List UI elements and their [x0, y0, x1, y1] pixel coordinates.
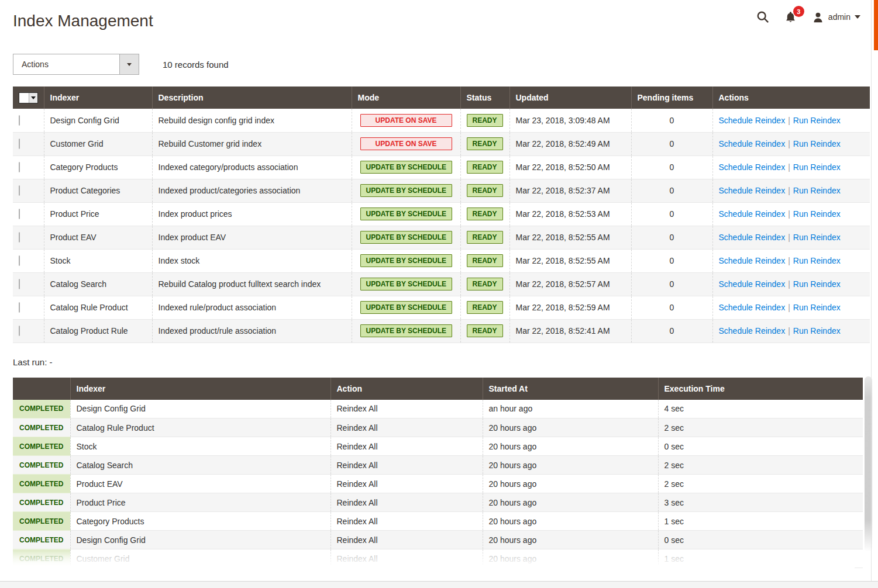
schedule-reindex-link[interactable]: Schedule Reindex: [719, 279, 786, 289]
indexer-grid: Indexer Description Mode Status Updated …: [13, 87, 870, 343]
run-reindex-link[interactable]: Run Reindex: [793, 303, 841, 312]
schedule-reindex-link[interactable]: Schedule Reindex: [719, 233, 786, 242]
mode-cell: UPDATE BY SCHEDULE: [352, 272, 460, 296]
link-separator: |: [788, 162, 790, 172]
last-run-row: COMPLETED Product EAV Reindex All 20 hou…: [13, 475, 863, 493]
updated-cell: Mar 22, 2018, 8:52:41 AM: [509, 319, 631, 343]
mode-badge: UPDATE BY SCHEDULE: [360, 231, 452, 244]
run-reindex-link[interactable]: Run Reindex: [793, 139, 841, 148]
mode-cell: UPDATE BY SCHEDULE: [352, 179, 460, 202]
actions-cell: Schedule Reindex|Run Reindex: [712, 109, 870, 132]
indexer-name-cell: Stock: [44, 249, 152, 272]
indexer-name-cell: Category Products: [44, 155, 152, 179]
row-checkbox[interactable]: [19, 302, 20, 313]
status-cell: READY: [460, 296, 509, 319]
select-all-header: [13, 87, 44, 109]
run-status-badge: COMPLETED: [13, 549, 70, 568]
row-checkbox[interactable]: [19, 162, 20, 172]
status-cell: READY: [460, 249, 509, 272]
last-run-grid: Indexer Action Started At Execution Time…: [13, 378, 863, 569]
run-reindex-link[interactable]: Run Reindex: [793, 116, 841, 125]
mode-badge: UPDATE ON SAVE: [360, 114, 452, 127]
row-checkbox[interactable]: [19, 279, 20, 289]
run-started-at-cell: 20 hours ago: [483, 493, 658, 512]
select-all-dropdown[interactable]: [29, 93, 37, 103]
col-header-indexer: Indexer: [44, 87, 152, 109]
pending-items-cell: 0: [631, 132, 712, 155]
records-count: 10 records found: [163, 60, 229, 70]
mode-cell: UPDATE BY SCHEDULE: [352, 202, 460, 226]
select-all-checkbox[interactable]: [19, 93, 29, 103]
last-run-row: COMPLETED Customer Grid Reindex All 20 h…: [13, 549, 863, 568]
link-separator: |: [788, 186, 790, 195]
pending-items-cell: 0: [631, 226, 712, 249]
run-started-at-cell: an hour ago: [483, 400, 658, 418]
row-checkbox[interactable]: [19, 185, 20, 196]
link-separator: |: [788, 209, 790, 219]
last-run-row: COMPLETED Stock Reindex All 20 hours ago…: [13, 437, 863, 456]
actions-cell: Schedule Reindex|Run Reindex: [712, 296, 870, 319]
page-scrollbar-thumb[interactable]: [874, 0, 878, 50]
last-run-row: COMPLETED Catalog Search Reindex All 20 …: [13, 456, 863, 475]
mode-badge: UPDATE ON SAVE: [360, 137, 452, 150]
run-reindex-link[interactable]: Run Reindex: [793, 233, 841, 242]
col-header-run-indexer: Indexer: [70, 378, 330, 400]
row-checkbox[interactable]: [19, 115, 20, 126]
run-started-at-cell: 20 hours ago: [483, 531, 658, 549]
run-reindex-link[interactable]: Run Reindex: [793, 326, 841, 335]
run-reindex-link[interactable]: Run Reindex: [793, 256, 841, 265]
row-checkbox-cell: [13, 109, 44, 132]
link-separator: |: [788, 326, 790, 335]
run-reindex-link[interactable]: Run Reindex: [793, 279, 841, 289]
run-action-cell: Reindex All: [330, 531, 483, 549]
updated-cell: Mar 22, 2018, 8:52:53 AM: [509, 202, 631, 226]
run-reindex-link[interactable]: Run Reindex: [793, 186, 841, 195]
indexer-name-cell: Product Categories: [44, 179, 152, 202]
schedule-reindex-link[interactable]: Schedule Reindex: [719, 303, 786, 312]
description-cell: Rebuild design config grid index: [152, 109, 352, 132]
row-checkbox[interactable]: [19, 232, 20, 243]
link-separator: |: [788, 233, 790, 242]
indexer-name-cell: Customer Grid: [44, 132, 152, 155]
schedule-reindex-link[interactable]: Schedule Reindex: [719, 162, 786, 172]
row-checkbox[interactable]: [19, 139, 20, 149]
description-cell: Rebuild Catalog product fulltext search …: [152, 272, 352, 296]
notifications-icon[interactable]: 3: [784, 11, 797, 23]
status-badge: READY: [467, 114, 503, 127]
status-badge: READY: [467, 161, 503, 174]
schedule-reindex-link[interactable]: Schedule Reindex: [719, 209, 786, 219]
actions-cell: Schedule Reindex|Run Reindex: [712, 132, 870, 155]
col-header-run-action: Action: [330, 378, 483, 400]
row-checkbox[interactable]: [19, 326, 20, 336]
schedule-reindex-link[interactable]: Schedule Reindex: [719, 186, 786, 195]
actions-dropdown-button[interactable]: [119, 54, 139, 74]
search-icon[interactable]: [756, 11, 769, 23]
run-reindex-link[interactable]: Run Reindex: [793, 209, 841, 219]
mode-badge: UPDATE BY SCHEDULE: [360, 207, 452, 220]
horizontal-scrollbar-track[interactable]: [0, 581, 878, 588]
select-all-control[interactable]: [19, 92, 38, 103]
schedule-reindex-link[interactable]: Schedule Reindex: [719, 256, 786, 265]
content-edge-divider: [871, 0, 872, 581]
chevron-down-icon: [855, 15, 860, 19]
description-cell: Index stock: [152, 249, 352, 272]
row-checkbox[interactable]: [19, 255, 20, 266]
admin-account-menu[interactable]: admin: [812, 11, 860, 23]
status-badge: READY: [467, 137, 503, 150]
run-execution-time-cell: 2 sec: [658, 418, 863, 437]
chevron-down-icon: [127, 63, 132, 66]
schedule-reindex-link[interactable]: Schedule Reindex: [719, 116, 786, 125]
actions-dropdown[interactable]: Actions: [13, 54, 139, 75]
schedule-reindex-link[interactable]: Schedule Reindex: [719, 326, 786, 335]
run-action-cell: Reindex All: [330, 437, 483, 456]
pending-items-cell: 0: [631, 272, 712, 296]
row-checkbox[interactable]: [19, 209, 20, 219]
run-reindex-link[interactable]: Run Reindex: [793, 162, 841, 172]
updated-cell: Mar 22, 2018, 8:52:55 AM: [509, 226, 631, 249]
schedule-reindex-link[interactable]: Schedule Reindex: [719, 139, 786, 148]
col-header-mode: Mode: [352, 87, 460, 109]
run-action-cell: Reindex All: [330, 456, 483, 475]
run-action-cell: Reindex All: [330, 418, 483, 437]
run-indexer-cell: Category Products: [70, 512, 330, 531]
run-execution-time-cell: 0 sec: [658, 437, 863, 456]
